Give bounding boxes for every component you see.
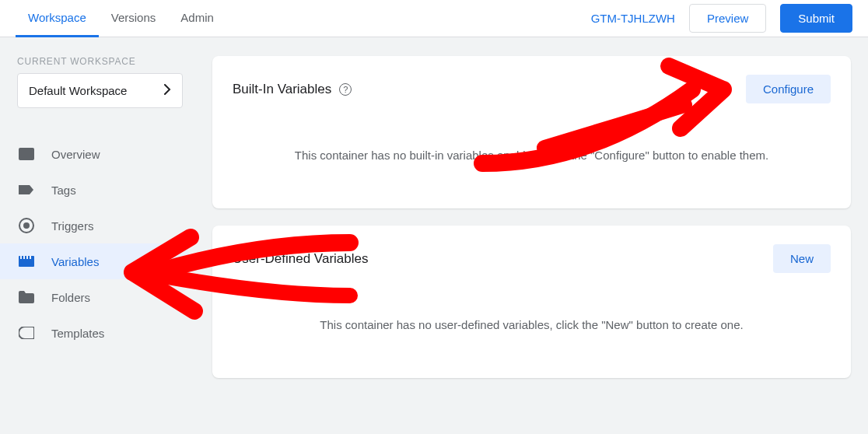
tab-admin[interactable]: Admin [168, 0, 226, 37]
built-in-empty-text: This container has no built-in variables… [212, 110, 851, 208]
preview-button[interactable]: Preview [689, 4, 766, 33]
svg-rect-5 [23, 256, 25, 259]
tab-versions[interactable]: Versions [99, 0, 169, 37]
dashboard-icon [19, 146, 34, 162]
chevron-right-icon [163, 84, 171, 97]
built-in-variables-card: Built-In Variables ? Configure This cont… [212, 56, 851, 208]
container-id[interactable]: GTM-TJHLZWH [591, 12, 675, 25]
workspace-selector[interactable]: Default Workspace [17, 73, 183, 108]
sidebar-item-overview[interactable]: Overview [0, 136, 191, 172]
sidebar-item-variables[interactable]: Variables [0, 243, 191, 279]
card-title-text: Built-In Variables [233, 82, 331, 97]
nav-label: Overview [51, 148, 100, 161]
help-icon[interactable]: ? [339, 83, 352, 96]
svg-rect-7 [30, 256, 31, 259]
sidebar-item-folders[interactable]: Folders [0, 279, 191, 315]
new-button[interactable]: New [773, 244, 831, 273]
sidebar-item-tags[interactable]: Tags [0, 172, 191, 208]
sidebar-item-triggers[interactable]: Triggers [0, 208, 191, 243]
configure-button[interactable]: Configure [746, 75, 831, 103]
trigger-icon [19, 218, 34, 233]
user-defined-empty-text: This container has no user-defined varia… [212, 279, 851, 378]
svg-rect-6 [26, 256, 28, 259]
submit-button[interactable]: Submit [780, 4, 852, 33]
variables-icon [19, 254, 34, 269]
nav-label: Triggers [51, 219, 93, 233]
tab-workspace[interactable]: Workspace [16, 0, 99, 37]
folder-icon [19, 289, 34, 305]
user-defined-variables-card: User-Defined Variables New This containe… [212, 226, 851, 378]
svg-rect-0 [19, 148, 34, 160]
card-title-text: User-Defined Variables [233, 251, 368, 267]
current-workspace-label: CURRENT WORKSPACE [17, 56, 183, 67]
nav-label: Tags [51, 184, 76, 197]
tag-icon [19, 182, 34, 198]
svg-rect-4 [20, 256, 22, 259]
workspace-name: Default Workspace [29, 84, 127, 97]
nav-label: Variables [51, 255, 99, 268]
nav-label: Templates [51, 327, 104, 340]
nav-label: Folders [51, 291, 90, 304]
template-icon [19, 325, 34, 341]
sidebar-item-templates[interactable]: Templates [0, 315, 191, 351]
svg-point-2 [23, 222, 30, 229]
